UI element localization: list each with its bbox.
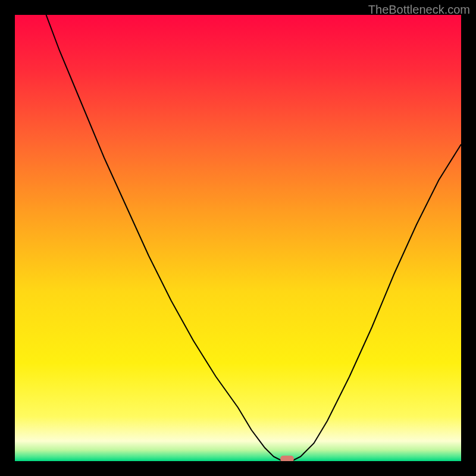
chart-container: TheBottleneck.com — [0, 0, 476, 476]
optimal-marker — [280, 456, 294, 461]
watermark-text: TheBottleneck.com — [368, 3, 470, 17]
chart-background — [15, 15, 461, 461]
bottleneck-chart — [15, 15, 461, 461]
